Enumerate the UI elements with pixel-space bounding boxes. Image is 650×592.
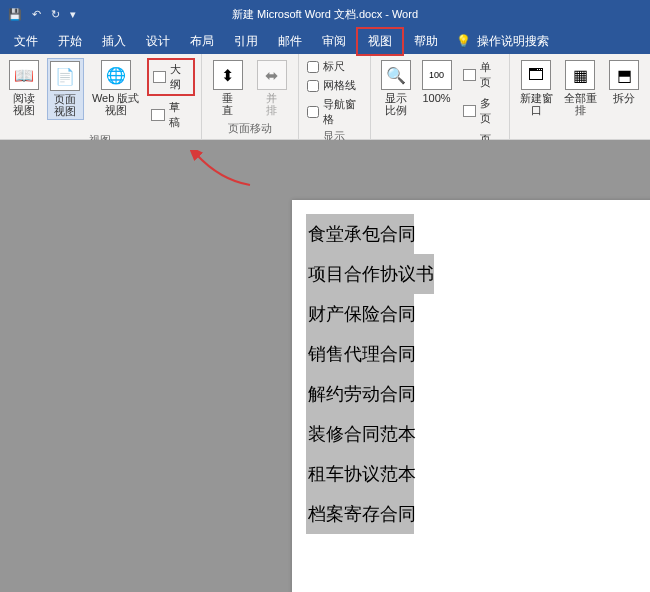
side-icon: ⬌: [257, 60, 287, 90]
multipage-button[interactable]: 多页: [459, 94, 503, 128]
zoom-icon: 🔍: [381, 60, 411, 90]
doc-line[interactable]: 财产保险合同: [306, 294, 414, 334]
bulb-icon: 💡: [456, 34, 471, 48]
zoom100-icon: 100: [422, 60, 452, 90]
zoom100-label: 100%: [422, 92, 450, 104]
group-window: 🗔 新建窗口 ▦ 全部重排 ⬒ 拆分: [510, 54, 650, 139]
outline-button[interactable]: 大纲: [147, 58, 195, 96]
doc-line[interactable]: 解约劳动合同: [306, 374, 414, 414]
web-layout-label: Web 版式视图: [90, 92, 141, 116]
tab-view[interactable]: 视图: [356, 27, 404, 56]
ruler-checkbox[interactable]: 标尺: [305, 58, 364, 75]
doc-line[interactable]: 档案寄存合同: [306, 494, 414, 534]
doc-line[interactable]: 项目合作协议书: [306, 254, 434, 294]
vertical-button[interactable]: ⬍ 垂 直: [208, 58, 248, 118]
split-icon: ⬒: [609, 60, 639, 90]
group-window-label: [516, 135, 644, 137]
read-mode-button[interactable]: 📖 阅读 视图: [6, 58, 43, 118]
redo-icon[interactable]: ↻: [51, 8, 60, 21]
group-show: 标尺 网格线 导航窗格 显示: [299, 54, 371, 139]
new-window-icon: 🗔: [521, 60, 551, 90]
zoom-button[interactable]: 🔍 显示比例: [377, 58, 414, 118]
tab-review[interactable]: 审阅: [312, 29, 356, 54]
doc-line[interactable]: 租车协议范本: [306, 454, 414, 494]
quick-access-toolbar: 💾 ↶ ↻ ▾: [0, 8, 84, 21]
arrow-annotation: [190, 150, 260, 190]
multipage-icon: [463, 105, 476, 117]
zoom-label: 显示比例: [379, 92, 412, 116]
tab-layout[interactable]: 布局: [180, 29, 224, 54]
draft-label: 草稿: [169, 100, 191, 130]
tab-insert[interactable]: 插入: [92, 29, 136, 54]
read-mode-label: 阅读 视图: [13, 92, 35, 116]
tab-help[interactable]: 帮助: [404, 29, 448, 54]
vertical-icon: ⬍: [213, 60, 243, 90]
tab-mailings[interactable]: 邮件: [268, 29, 312, 54]
new-window-button[interactable]: 🗔 新建窗口: [516, 58, 556, 118]
zoom100-button[interactable]: 100 100%: [418, 58, 455, 106]
tab-references[interactable]: 引用: [224, 29, 268, 54]
group-pagemove-label: 页面移动: [208, 120, 292, 137]
web-layout-icon: 🌐: [101, 60, 131, 90]
tell-me-label: 操作说明搜索: [477, 33, 549, 50]
onepage-icon: [463, 69, 476, 81]
undo-icon[interactable]: ↶: [32, 8, 41, 21]
document-area[interactable]: 食堂承包合同 项目合作协议书 财产保险合同 销售代理合同 解约劳动合同 装修合同…: [0, 140, 650, 592]
web-layout-button[interactable]: 🌐 Web 版式视图: [88, 58, 143, 118]
new-window-label: 新建窗口: [518, 92, 554, 116]
split-label: 拆分: [613, 92, 635, 104]
side-label: 并 排: [266, 92, 277, 116]
title-bar: 💾 ↶ ↻ ▾ 新建 Microsoft Word 文档.docx - Word: [0, 0, 650, 28]
save-icon[interactable]: 💾: [8, 8, 22, 21]
arrange-all-icon: ▦: [565, 60, 595, 90]
draft-button[interactable]: 草稿: [147, 98, 195, 132]
doc-line[interactable]: 销售代理合同: [306, 334, 414, 374]
onepage-label: 单页: [480, 60, 499, 90]
print-layout-label: 页面视图: [50, 93, 81, 117]
vertical-label: 垂 直: [222, 92, 233, 116]
tab-home[interactable]: 开始: [48, 29, 92, 54]
print-layout-icon: 📄: [50, 61, 80, 91]
navpane-check-input[interactable]: [307, 106, 319, 118]
ribbon: 📖 阅读 视图 📄 页面视图 🌐 Web 版式视图 大纲 草稿: [0, 54, 650, 140]
draft-icon: [151, 109, 165, 121]
arrange-all-label: 全部重排: [562, 92, 598, 116]
navpane-check-label: 导航窗格: [323, 97, 362, 127]
ruler-check-input[interactable]: [307, 61, 319, 73]
ribbon-tabs: 文件 开始 插入 设计 布局 引用 邮件 审阅 视图 帮助 💡 操作说明搜索: [0, 28, 650, 54]
split-button[interactable]: ⬒ 拆分: [604, 58, 644, 106]
ruler-check-label: 标尺: [323, 59, 345, 74]
window-title: 新建 Microsoft Word 文档.docx - Word: [232, 7, 418, 22]
arrange-all-button[interactable]: ▦ 全部重排: [560, 58, 600, 118]
side-button[interactable]: ⬌ 并 排: [252, 58, 292, 118]
gridlines-check-input[interactable]: [307, 80, 319, 92]
onepage-button[interactable]: 单页: [459, 58, 503, 92]
print-layout-button[interactable]: 📄 页面视图: [47, 58, 84, 120]
outline-label: 大纲: [170, 62, 189, 92]
tab-design[interactable]: 设计: [136, 29, 180, 54]
read-mode-icon: 📖: [9, 60, 39, 90]
gridlines-check-label: 网格线: [323, 78, 356, 93]
group-zoom: 🔍 显示比例 100 100% 单页 多页 页宽: [371, 54, 510, 139]
doc-line[interactable]: 食堂承包合同: [306, 214, 414, 254]
tab-file[interactable]: 文件: [4, 29, 48, 54]
tell-me[interactable]: 💡 操作说明搜索: [456, 33, 549, 50]
outline-icon: [153, 71, 165, 83]
multipage-label: 多页: [480, 96, 499, 126]
selection-block[interactable]: 食堂承包合同 项目合作协议书 财产保险合同 销售代理合同 解约劳动合同 装修合同…: [306, 214, 414, 534]
doc-line[interactable]: 装修合同范本: [306, 414, 414, 454]
navpane-checkbox[interactable]: 导航窗格: [305, 96, 364, 128]
gridlines-checkbox[interactable]: 网格线: [305, 77, 364, 94]
qat-dropdown-icon[interactable]: ▾: [70, 8, 76, 21]
group-pagemove: ⬍ 垂 直 ⬌ 并 排 页面移动: [202, 54, 299, 139]
group-views: 📖 阅读 视图 📄 页面视图 🌐 Web 版式视图 大纲 草稿: [0, 54, 202, 139]
